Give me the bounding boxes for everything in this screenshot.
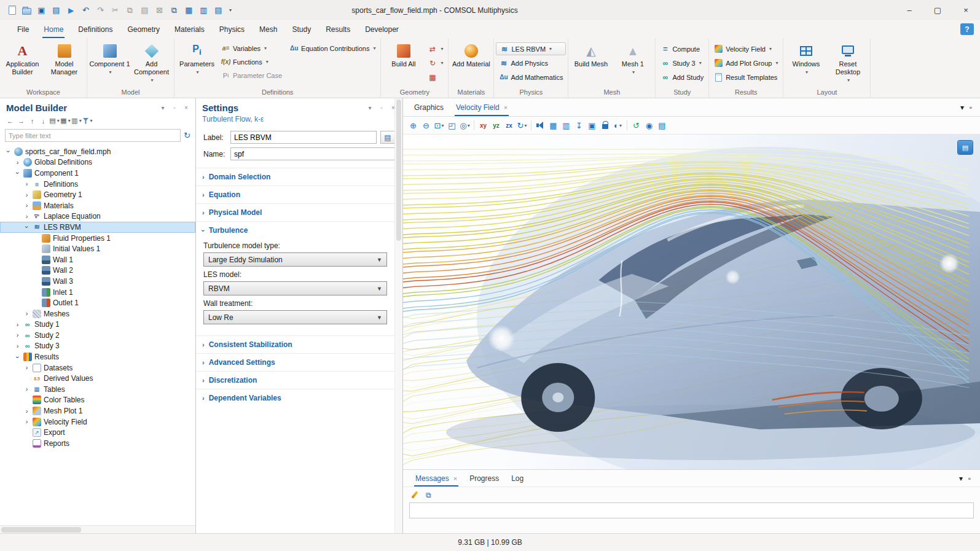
move-down-button[interactable]: ↓ bbox=[38, 115, 49, 127]
cut-icon[interactable]: ✂ bbox=[108, 3, 122, 17]
maximize-button[interactable]: ▢ bbox=[923, 0, 952, 20]
table-icon[interactable]: ▦ bbox=[547, 119, 560, 133]
copy-messages-icon[interactable]: ⧉ bbox=[426, 491, 431, 499]
camera-icon[interactable]: ◉ bbox=[643, 119, 656, 133]
columns-options-button[interactable]: ▥▾ bbox=[71, 115, 82, 127]
menu-file[interactable]: File bbox=[10, 20, 36, 38]
label-input[interactable] bbox=[230, 131, 377, 144]
tree-item-les-rbvm[interactable]: ›≋LES RBVM bbox=[0, 222, 195, 233]
expand-chevron-icon[interactable]: › bbox=[23, 386, 30, 393]
tree-item-materials[interactable]: ›Materials bbox=[0, 200, 195, 211]
view-zx-button[interactable]: zx bbox=[503, 119, 515, 133]
functions-button[interactable]: f(x) Functions ▾ bbox=[218, 55, 285, 68]
graphics-canvas[interactable]: ▤ bbox=[403, 135, 980, 469]
tree-item-derived-values[interactable]: ›8.5Derived Values bbox=[0, 373, 195, 384]
horizontal-scrollbar[interactable] bbox=[0, 525, 195, 533]
expand-chevron-icon[interactable]: › bbox=[14, 332, 21, 338]
tree-item-datasets[interactable]: ›Datasets bbox=[0, 362, 195, 373]
close-tab-icon[interactable]: × bbox=[453, 475, 457, 482]
add-mathematics-button[interactable]: Δu Add Mathematics bbox=[496, 71, 566, 84]
tab-log[interactable]: Log bbox=[505, 470, 530, 487]
menu-study[interactable]: Study bbox=[284, 20, 318, 38]
variables-button[interactable]: a= Variables ▾ bbox=[218, 42, 285, 55]
view-xy-button[interactable]: xy bbox=[477, 119, 490, 133]
new-file-icon[interactable] bbox=[5, 3, 19, 17]
expand-chevron-icon[interactable]: › bbox=[23, 364, 30, 371]
run-icon[interactable]: ▶ bbox=[64, 3, 78, 17]
tree-item-outlet-1[interactable]: ›Outlet 1 bbox=[0, 297, 195, 308]
undo-icon[interactable]: ↶ bbox=[79, 3, 93, 17]
update-plot-icon[interactable]: ↺ bbox=[630, 119, 643, 133]
toolbar-customize-caret-icon[interactable]: ▾ bbox=[226, 7, 235, 13]
expand-chevron-icon[interactable]: › bbox=[14, 343, 21, 350]
tree-item-results[interactable]: ›Results bbox=[0, 351, 195, 362]
paste-icon[interactable]: ▤ bbox=[138, 3, 152, 17]
expand-chevron-icon[interactable]: › bbox=[14, 159, 21, 166]
zoom-in-icon[interactable]: ⊕ bbox=[407, 119, 420, 133]
section-header[interactable]: ›Equation bbox=[196, 186, 394, 203]
section-header[interactable]: ›Advanced Settings bbox=[196, 354, 394, 371]
component-1-button[interactable]: Component 1 ▾ bbox=[89, 39, 130, 87]
menu-mesh[interactable]: Mesh bbox=[252, 20, 284, 38]
section-header[interactable]: ›Discretization bbox=[196, 372, 394, 389]
close-button[interactable]: × bbox=[952, 0, 980, 20]
mesh-1-button[interactable]: ▲ Mesh 1 ▾ bbox=[612, 39, 653, 87]
tree-item-inlet-1[interactable]: ›Inlet 1 bbox=[0, 287, 195, 298]
wall-treatment-select[interactable]: Low Re ▼ bbox=[203, 310, 387, 324]
redo-icon[interactable]: ↷ bbox=[93, 3, 108, 17]
filter-button[interactable]: ▾ bbox=[82, 115, 93, 127]
panel-menu-caret-icon[interactable]: ▾ bbox=[366, 104, 374, 111]
sound-icon[interactable] bbox=[534, 119, 547, 133]
scrollbar-thumb[interactable] bbox=[1, 527, 81, 533]
show-options-button[interactable]: ▤▾ bbox=[49, 115, 60, 127]
panel-float-icon[interactable]: ▫ bbox=[965, 474, 974, 483]
nav-back-button[interactable]: ← bbox=[5, 115, 15, 127]
add-component-button[interactable]: Add Component ▾ bbox=[131, 39, 172, 87]
study-3-button[interactable]: ∞ Study 3 ▾ bbox=[657, 57, 707, 69]
tab-messages[interactable]: Messages× bbox=[409, 470, 463, 487]
result-templates-button[interactable]: Result Templates bbox=[711, 71, 781, 84]
physics-interface-select[interactable]: ≋ LES RBVM ▾ bbox=[496, 42, 566, 55]
panel-menu-caret-icon[interactable]: ▾ bbox=[958, 103, 966, 112]
minimize-button[interactable]: – bbox=[895, 0, 923, 20]
add-plot-group-button[interactable]: Add Plot Group ▾ bbox=[711, 57, 781, 69]
tree-item-laplace-equation[interactable]: ›∇²Laplace Equation bbox=[0, 211, 195, 222]
move-up-button[interactable]: ↑ bbox=[27, 115, 37, 127]
section-header[interactable]: ›Physical Model bbox=[196, 204, 394, 221]
tab-progress[interactable]: Progress bbox=[463, 470, 505, 487]
help-button[interactable]: ? bbox=[960, 23, 974, 35]
preview-icon[interactable]: ▤ bbox=[49, 3, 63, 17]
tree-item-geometry-1[interactable]: ›Geometry 1 bbox=[0, 189, 195, 200]
geometry-sync-button[interactable]: ↻ ▾ bbox=[425, 57, 446, 69]
zoom-out-icon[interactable]: ⊖ bbox=[420, 119, 433, 133]
reset-desktop-button[interactable]: Reset Desktop ▾ bbox=[827, 39, 868, 87]
add-physics-button[interactable]: ≋ Add Physics bbox=[496, 57, 566, 69]
delete-icon[interactable]: ⊠ bbox=[152, 3, 167, 17]
expand-chevron-icon[interactable]: › bbox=[23, 181, 30, 187]
tree-item-color-tables[interactable]: ›Color Tables bbox=[0, 395, 195, 406]
panel-float-icon[interactable]: ▫ bbox=[966, 103, 975, 112]
expand-chevron-icon[interactable]: › bbox=[23, 192, 30, 198]
expand-chevron-icon[interactable]: › bbox=[23, 418, 30, 425]
add-material-button[interactable]: Add Material bbox=[450, 39, 492, 87]
clear-messages-icon[interactable] bbox=[410, 491, 418, 499]
tree-item-fluid-properties-1[interactable]: ›Fluid Properties 1 bbox=[0, 233, 195, 244]
tree-item-global-definitions[interactable]: ›Global Definitions bbox=[0, 157, 195, 168]
tab-graphics[interactable]: Graphics bbox=[408, 98, 450, 116]
velocity-field-button[interactable]: Velocity Field ▾ bbox=[711, 42, 781, 55]
parameters-button[interactable]: Pi Parameters ▾ bbox=[176, 39, 218, 87]
windows-button[interactable]: Windows ▾ bbox=[785, 39, 826, 87]
collapse-options-button[interactable]: ▦▾ bbox=[60, 115, 71, 127]
add-study-button[interactable]: ∞ Add Study bbox=[657, 71, 707, 84]
parameter-case-button[interactable]: Pi Parameter Case bbox=[218, 69, 285, 82]
nav-forward-button[interactable]: → bbox=[16, 115, 26, 127]
menu-materials[interactable]: Materials bbox=[167, 20, 212, 38]
menu-definitions[interactable]: Definitions bbox=[71, 20, 120, 38]
tree-item-wall-1[interactable]: ›Wall 1 bbox=[0, 254, 195, 265]
export-plot-icon[interactable]: ↧ bbox=[573, 119, 586, 133]
menu-developer[interactable]: Developer bbox=[358, 20, 406, 38]
tree-item-study-3[interactable]: ›∞Study 3 bbox=[0, 341, 195, 352]
tab-velocity-field[interactable]: Velocity Field× bbox=[450, 98, 514, 116]
les-model-select[interactable]: RBVM ▼ bbox=[203, 281, 387, 295]
build-all-button[interactable]: Build All bbox=[383, 39, 424, 87]
